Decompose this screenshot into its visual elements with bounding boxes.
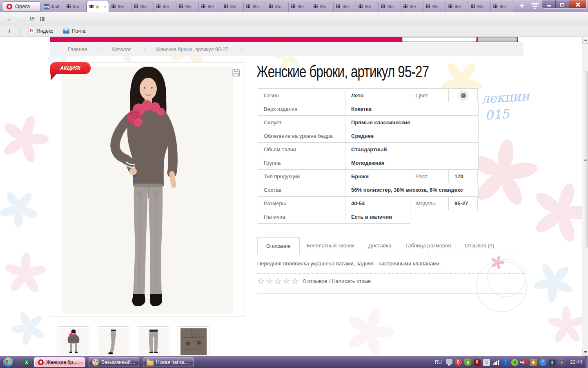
phone-tray-icon[interactable]: ▮ [549, 359, 556, 366]
excel-pinned-icon[interactable]: X [23, 359, 30, 366]
browser-tab[interactable]: Же [244, 1, 266, 12]
close-button[interactable] [569, 0, 586, 9]
browser-tab[interactable]: Же [221, 1, 244, 12]
reload-button[interactable]: ⟳ [28, 15, 37, 23]
tab-menu-icon[interactable] [531, 3, 539, 9]
product-tab[interactable]: Таблица размеров [398, 237, 458, 254]
browser-tab[interactable]: NNФай [42, 1, 64, 12]
opera-icon [38, 359, 44, 365]
tab-close-icon[interactable]: × [104, 4, 107, 9]
volume-muted-tray-icon[interactable] [521, 359, 528, 366]
product-photo[interactable] [50, 63, 245, 316]
browser-tab[interactable]: Же [289, 1, 311, 12]
product-tab[interactable]: Отзывов (0) [458, 237, 501, 254]
browser-tab[interactable]: Же [334, 1, 356, 12]
browser-tab-active[interactable]: Же× [87, 1, 109, 12]
bookmark-mail[interactable]: Почта [60, 28, 89, 34]
tab-title: Же [252, 4, 259, 9]
product-tab[interactable]: Бесплатный звонок [300, 237, 361, 254]
display-tray-icon[interactable] [446, 359, 452, 364]
browser-tab[interactable]: Же [199, 1, 221, 12]
game-tray-icon[interactable]: ♞ [530, 359, 537, 366]
browser-tab[interactable]: Же [311, 1, 334, 12]
product-tab-active[interactable]: Описание [257, 237, 300, 254]
thumbnail-fabric[interactable] [178, 326, 209, 356]
reviews-link[interactable]: 0 отзывов / Написать отзыв [303, 278, 371, 284]
scroll-down-icon[interactable] [582, 349, 588, 356]
forward-button[interactable]: → [16, 15, 25, 23]
utorrent-tray-icon[interactable]: µ [511, 359, 518, 366]
tab-title: Же [230, 4, 236, 9]
adguard-tray-icon[interactable]: a [464, 359, 471, 366]
browser-tab[interactable]: Же [131, 1, 154, 12]
browser-tab[interactable]: Же [401, 1, 423, 12]
tab-title: Же [410, 4, 416, 9]
star-icon[interactable]: ☆ [274, 277, 282, 285]
updater-tray-icon[interactable]: * [539, 359, 546, 366]
star-icon[interactable]: ☆ [292, 277, 299, 285]
taskbar-button-label: Безымянный - Paint [101, 359, 136, 365]
new-tab-button[interactable]: + [516, 1, 528, 11]
taskbar-button-paint[interactable]: Безымянный - Paint [89, 357, 139, 367]
maximize-button[interactable] [556, 0, 569, 9]
webcam-tray-icon[interactable]: ● [558, 359, 565, 366]
opera-menu-button[interactable]: Opera [2, 1, 40, 11]
browser-tab[interactable]: Же [356, 1, 379, 12]
scrollbar-thumb[interactable] [583, 72, 588, 247]
windows-logo-icon [5, 359, 11, 366]
ccleaner-tray-icon[interactable]: C [455, 359, 462, 366]
product-tab[interactable]: Доставка [361, 237, 398, 254]
browser-chrome: Opera NNФайКатЖе×ЖеЖеЖеЖеЖеЖеЖеЖеЖеЖеЖеЖ… [0, 0, 588, 37]
language-indicator[interactable]: RU [435, 359, 442, 365]
browser-tab[interactable]: Же [176, 1, 199, 12]
downloader-tray-icon[interactable]: ! [502, 359, 509, 366]
web-page: ГлавнаяКаталогЖенские брюки, артикул 95-… [0, 37, 588, 356]
show-desktop-button[interactable] [585, 356, 588, 368]
attr-label: Рост [410, 169, 449, 183]
breadcrumb-item[interactable]: Женские брюки, артикул 95-27 [156, 47, 228, 52]
back-button[interactable]: ← [5, 15, 14, 23]
taskbar-button-folder[interactable]: Новая папка (2) [143, 357, 194, 367]
network-signal-tray-icon[interactable] [492, 359, 499, 366]
tab-title: Же [275, 4, 281, 9]
color-swatch-cell[interactable] [448, 88, 478, 102]
browser-tab[interactable]: Кат [64, 1, 87, 12]
scroll-up-icon[interactable] [582, 37, 588, 44]
thumbnail-side[interactable] [98, 326, 129, 356]
clock[interactable]: 22:44 [570, 359, 582, 365]
taskbar-button-opera[interactable]: Женские брюки, пр... [34, 357, 85, 367]
clipboard-tray-icon[interactable]: ▯ [483, 359, 490, 366]
thumbnail-front[interactable] [138, 326, 169, 356]
kaspersky-tray-icon[interactable]: K [474, 359, 481, 366]
minimize-button[interactable] [542, 0, 556, 9]
star-icon[interactable]: ☆ [266, 277, 273, 285]
color-swatch[interactable] [459, 91, 468, 100]
browser-tab[interactable]: Же [266, 1, 289, 12]
add-bookmark-button[interactable]: + [5, 27, 14, 35]
browser-tab[interactable]: Же [154, 1, 176, 12]
star-icon[interactable]: ☆ [257, 277, 265, 285]
browser-tab[interactable]: Же [468, 1, 491, 12]
browser-tab[interactable]: Же [491, 1, 513, 12]
breadcrumb-item[interactable]: Каталог [112, 47, 131, 52]
attr-value: Брюки [345, 169, 410, 183]
speed-dial-icon[interactable] [40, 17, 45, 21]
browser-tab[interactable]: Же [423, 1, 446, 12]
browser-tab[interactable]: Же [379, 1, 401, 12]
start-button[interactable] [2, 357, 14, 368]
save-image-icon[interactable] [232, 68, 241, 79]
browser-tab[interactable]: Же [446, 1, 468, 12]
breadcrumb-item[interactable]: Главная [68, 47, 87, 52]
attr-value: Стандартный [345, 142, 479, 156]
bookmark-yandex[interactable]: Я Яндекс [25, 28, 56, 34]
table-row: Обьем талииСтандартный [258, 142, 479, 156]
tab-title: Фай [51, 4, 60, 9]
site-search-button[interactable] [478, 37, 517, 42]
site-search-input[interactable] [402, 37, 477, 42]
star-icon[interactable]: ☆ [283, 277, 290, 285]
thumbnail-model[interactable] [58, 326, 89, 356]
browser-tab[interactable]: Же [109, 1, 131, 12]
page-scrollbar[interactable] [582, 37, 588, 356]
tab-title: Же [320, 4, 326, 9]
people-favicon [111, 4, 116, 9]
